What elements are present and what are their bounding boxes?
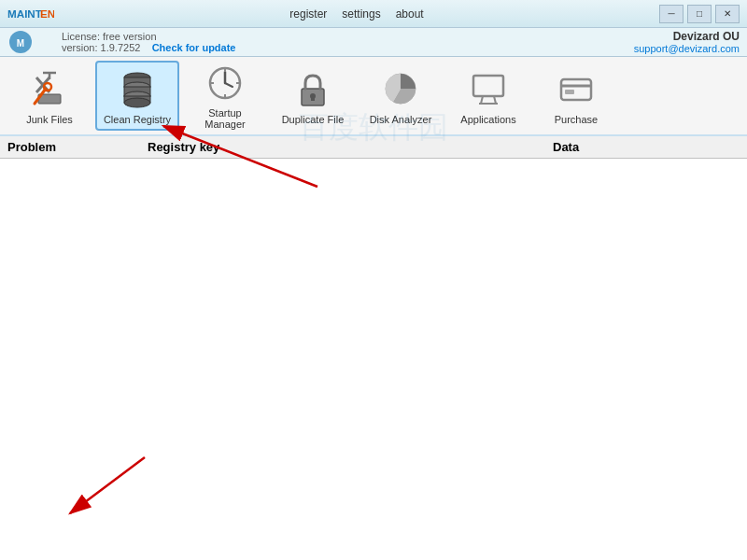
junk-files-label: Junk Files	[26, 114, 73, 125]
license-text: License: free version	[62, 31, 235, 42]
column-registry-key: Registry key	[148, 140, 553, 154]
toolbar-disk-analyzer[interactable]: Disk Analyzer	[359, 61, 443, 131]
main-content: Problem Registry key Data	[0, 136, 747, 560]
company-info: Devizard OU support@devizard.com	[634, 30, 740, 54]
about-link[interactable]: about	[396, 7, 424, 21]
toolbar-purchase[interactable]: Purchase	[534, 61, 618, 131]
svg-text:MAINT: MAINT	[7, 7, 42, 20]
version-text: version: 1.9.7252 Check for update	[62, 42, 235, 53]
titlebar: MAINT ENER register settings about ─ □ ✕	[0, 0, 747, 28]
settings-link[interactable]: settings	[342, 7, 380, 21]
close-button[interactable]: ✕	[715, 5, 740, 23]
startup-manager-label: Startup Manager	[189, 107, 261, 130]
duplicate-files-icon	[291, 67, 334, 110]
toolbar-applications[interactable]: Applications	[446, 61, 530, 131]
svg-line-20	[225, 83, 233, 87]
check-update-link[interactable]: Check for update	[152, 42, 236, 53]
disk-analyzer-label: Disk Analyzer	[370, 114, 432, 125]
svg-point-17	[124, 98, 150, 107]
app-logo: MAINT ENER	[7, 4, 54, 24]
svg-rect-27	[311, 96, 315, 101]
window-controls: ─ □ ✕	[659, 5, 740, 23]
svg-point-10	[44, 83, 51, 91]
duplicate-files-label: Duplicate File	[282, 114, 345, 125]
register-link[interactable]: register	[289, 7, 327, 21]
toolbar-duplicate-files[interactable]: Duplicate File	[271, 61, 355, 131]
toolbar-clean-registry[interactable]: Clean Registry	[95, 61, 179, 131]
toolbar: Junk Files Clean Registry	[0, 57, 747, 136]
disk-analyzer-icon	[379, 67, 422, 110]
table-header: Problem Registry key Data	[0, 136, 747, 159]
purchase-label: Purchase	[555, 114, 598, 125]
column-data: Data	[553, 140, 740, 154]
applications-label: Applications	[460, 114, 515, 125]
company-email: support@devizard.com	[634, 43, 740, 54]
svg-rect-33	[561, 79, 591, 100]
junk-files-icon	[28, 67, 71, 110]
toolbar-junk-files[interactable]: Junk Files	[7, 61, 92, 131]
startup-manager-icon	[204, 63, 247, 104]
company-name: Devizard OU	[634, 30, 740, 43]
purchase-icon	[555, 67, 598, 110]
maximize-button[interactable]: □	[687, 5, 712, 23]
svg-rect-35	[565, 90, 574, 94]
table-body	[0, 159, 747, 560]
brand-icon: M	[7, 30, 54, 54]
column-problem: Problem	[7, 140, 148, 154]
titlebar-nav: register settings about	[289, 7, 423, 21]
clean-registry-label: Clean Registry	[104, 114, 171, 125]
svg-text:ENER: ENER	[40, 7, 54, 20]
minimize-button[interactable]: ─	[659, 5, 684, 23]
svg-text:M: M	[17, 38, 24, 49]
svg-rect-29	[473, 76, 503, 96]
clean-registry-icon	[116, 67, 159, 110]
toolbar-startup-manager[interactable]: Startup Manager	[183, 61, 267, 131]
applications-icon	[467, 67, 510, 110]
info-bar: M License: free version version: 1.9.725…	[0, 28, 747, 57]
